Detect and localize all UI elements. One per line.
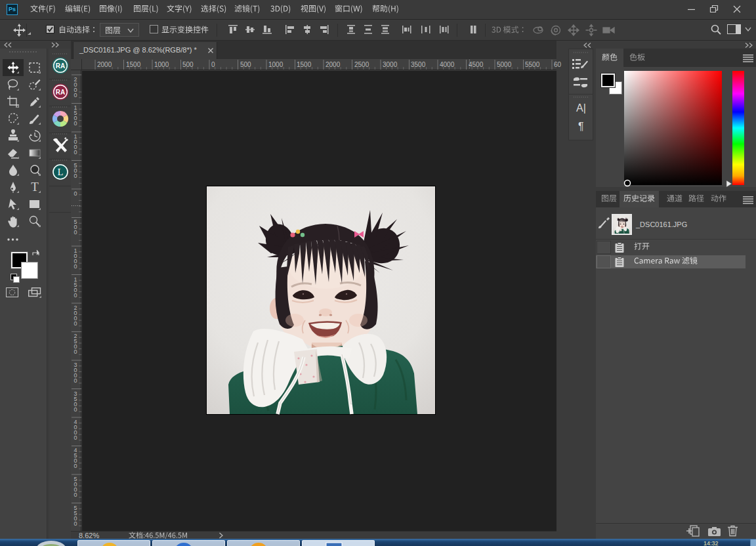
- svg-text:T: T: [31, 180, 39, 194]
- svg-text:RA: RA: [56, 62, 65, 70]
- svg-text:RA: RA: [56, 89, 65, 96]
- svg-text:L: L: [58, 167, 64, 177]
